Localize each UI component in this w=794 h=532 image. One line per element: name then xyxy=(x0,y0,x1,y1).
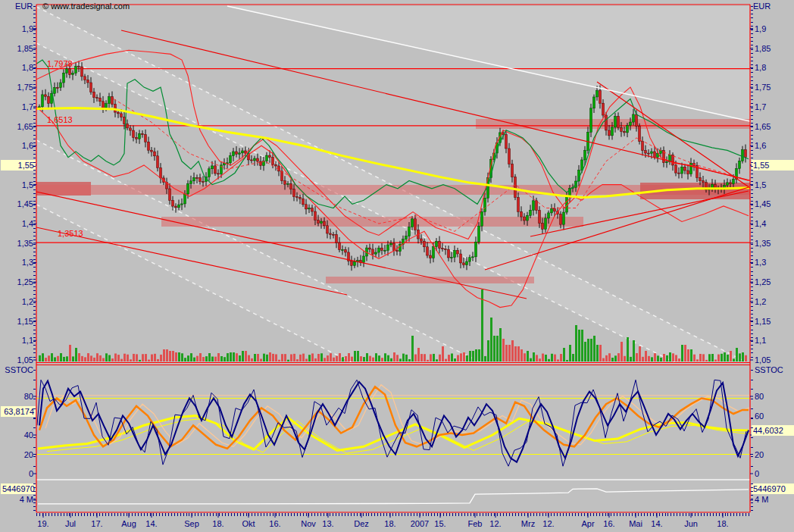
price-tick-label-left: 1,5 xyxy=(2,180,33,190)
time-tick-label: 15. xyxy=(425,518,455,529)
price-tick-label-right: 1,8 xyxy=(755,62,766,73)
time-tick-label: 16. xyxy=(260,518,290,529)
price-tick-label-right: 1,85 xyxy=(755,43,771,54)
sstoc-title-right: SSTOC xyxy=(755,365,783,375)
time-tick-label: Sep xyxy=(177,518,207,529)
sstoc-orange-line xyxy=(39,386,749,449)
sstoc-value-badge-left: 63,8174 xyxy=(1,406,36,417)
price-tick-label-left: 1,3 xyxy=(2,257,33,268)
price-tick-label-right: 1,5 xyxy=(755,180,766,190)
support-resistance-band xyxy=(161,217,583,227)
price-tick-label-left: 1,1 xyxy=(2,335,33,346)
price-tick-label-left: 1,05 xyxy=(2,355,33,365)
price-pane[interactable] xyxy=(36,6,750,362)
currency-label-right: EUR xyxy=(753,1,771,11)
oi-unit-label-left: 4 M xyxy=(2,494,33,505)
price-tick-label-right: 1,75 xyxy=(755,82,771,92)
trading-chart-window: EUR © www.tradesignal.com EUR 1,7978 1,6… xyxy=(0,0,794,532)
sstoc-tick-label-right: 20 xyxy=(755,449,764,460)
oi-value-badge-right: 5446970 xyxy=(752,483,794,494)
time-tick-label: 14. xyxy=(642,518,672,529)
sstoc-peach-line xyxy=(45,385,750,447)
price-tick-label-left: 1,4 xyxy=(2,218,33,229)
time-tick-label: 18. xyxy=(203,518,233,529)
time-tick-label: 12. xyxy=(480,518,511,529)
oi-pane[interactable] xyxy=(38,489,749,504)
price-tick-label-right: 1,35 xyxy=(755,238,771,249)
price-tick-label-left: 1,25 xyxy=(2,277,33,287)
time-tick-label: 17. xyxy=(82,518,112,529)
copyright-label: © www.tradesignal.com xyxy=(42,1,130,11)
sstoc-tick-label-right: 60 xyxy=(755,411,764,421)
price-tick-label-left: 1,85 xyxy=(2,43,33,54)
price-tick-label-right: 1,1 xyxy=(755,335,766,346)
price-level-label-3: 1,3513 xyxy=(58,228,83,239)
sstoc-tick-label-left: 0 xyxy=(2,468,33,479)
price-tick-label-left: 1,15 xyxy=(2,316,33,327)
price-tick-label-right: 1,2 xyxy=(755,296,766,307)
sstoc-tick-label-right: 0 xyxy=(755,468,759,479)
price-tick-label-right: 1,6 xyxy=(755,140,766,151)
price-tick-label-right: 1,15 xyxy=(755,316,771,327)
sstoc-value-badge-right: 44,6032 xyxy=(752,425,794,436)
price-tick-label-left: 1,6 xyxy=(2,140,33,151)
price-level-label-1: 1,7978 xyxy=(47,58,73,69)
current-price-badge-left: 1,55 xyxy=(1,160,36,171)
price-tick-label-right: 1,25 xyxy=(755,277,771,287)
time-tick-label: 19. xyxy=(28,518,58,529)
price-tick-label-left: 1,9 xyxy=(2,23,33,34)
price-axis-minor-ticks-left xyxy=(33,6,36,361)
sstoc-navy-thin xyxy=(37,380,746,466)
time-tick-label: 18. xyxy=(708,518,738,529)
price-tick-label-right: 1,3 xyxy=(755,257,766,268)
time-axis-minor-ticks xyxy=(36,513,750,516)
sstoc-tick-label-left: 40 xyxy=(2,430,33,440)
currency-label-left: EUR xyxy=(15,1,33,11)
open-interest-line xyxy=(38,489,749,504)
price-tick-label-left: 1,45 xyxy=(2,199,33,209)
sstoc-pane[interactable] xyxy=(36,380,750,466)
oi-axis-minor-ticks-left xyxy=(33,483,36,512)
time-tick-label: Jun xyxy=(676,518,706,529)
time-tick-label: 13. xyxy=(313,518,343,529)
price-tick-label-left: 1,2 xyxy=(2,296,33,307)
time-tick-label: Jul xyxy=(55,518,86,529)
oi-unit-label-right: 4 M xyxy=(755,494,768,505)
time-tick-label: 18. xyxy=(375,518,405,529)
oi-value-badge-left: 5446970 xyxy=(1,483,36,494)
time-tick-label: Dez xyxy=(346,518,377,529)
sstoc-tick-label-left: 20 xyxy=(2,449,33,460)
price-tick-label-right: 1,7 xyxy=(755,102,766,112)
oi-axis-minor-ticks-right xyxy=(751,483,753,512)
sstoc-axis-minor-ticks-right xyxy=(751,370,753,476)
sstoc-tick-label-right: 80 xyxy=(755,391,764,402)
sstoc-axis-minor-ticks-left xyxy=(33,370,36,476)
sstoc-tick-label-left: 80 xyxy=(2,391,33,402)
price-tick-label-right: 1,05 xyxy=(755,355,771,365)
time-tick-label: 14. xyxy=(136,518,167,529)
price-tick-label-right: 1,45 xyxy=(755,199,771,209)
time-tick-label: 12. xyxy=(533,518,564,529)
price-axis-minor-ticks-right xyxy=(751,6,753,361)
price-tick-label-left: 1,35 xyxy=(2,238,33,249)
channel-shade xyxy=(36,140,480,362)
price-tick-label-left: 1,7 xyxy=(2,102,33,112)
price-tick-label-left: 1,75 xyxy=(2,82,33,92)
price-level-label-2: 1,6513 xyxy=(47,114,73,125)
price-tick-label-left: 1,8 xyxy=(2,62,33,73)
time-tick-label: Okt xyxy=(233,518,264,529)
price-tick-label-left: 1,65 xyxy=(2,121,33,132)
price-tick-label-right: 1,4 xyxy=(755,218,766,229)
price-tick-label-right: 1,65 xyxy=(755,121,771,132)
time-tick-label: 16. xyxy=(594,518,624,529)
price-tick-label-right: 1,9 xyxy=(755,23,766,34)
chart-canvas[interactable] xyxy=(0,0,794,532)
current-price-badge-right: 1,55 xyxy=(752,160,794,171)
sstoc-title-left: SSTOC xyxy=(2,365,33,375)
